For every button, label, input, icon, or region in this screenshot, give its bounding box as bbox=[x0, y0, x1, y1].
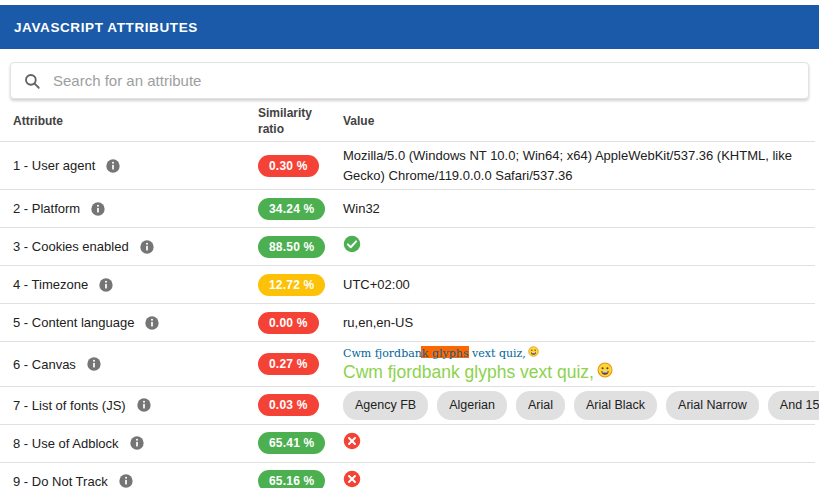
column-header-value: Value bbox=[343, 113, 807, 129]
table-row: 6 - Canvas 0.27 % Cwm fjordbank glyphs v… bbox=[0, 342, 815, 387]
info-icon[interactable] bbox=[129, 435, 145, 451]
attributes-table: 1 - User agent 0.30 % Mozilla/5.0 (Windo… bbox=[0, 142, 819, 488]
info-icon[interactable] bbox=[136, 397, 152, 413]
attribute-value: ru,en,en-US bbox=[343, 313, 807, 333]
table-header: Attribute Similarity ratio Value bbox=[0, 99, 815, 142]
attribute-label: 1 - User agent bbox=[13, 158, 95, 173]
check-icon bbox=[343, 235, 361, 253]
column-header-attribute: Attribute bbox=[13, 113, 258, 129]
info-icon[interactable] bbox=[105, 158, 121, 174]
similarity-badge: 0.00 % bbox=[258, 312, 319, 334]
page: JAVASCRIPT ATTRIBUTES Attribute Similari… bbox=[0, 0, 819, 488]
search-input[interactable] bbox=[53, 72, 796, 89]
similarity-badge: 0.27 % bbox=[258, 353, 319, 375]
similarity-badge: 65.16 % bbox=[258, 470, 325, 488]
font-chip: Algerian bbox=[437, 391, 507, 420]
info-icon[interactable] bbox=[118, 473, 134, 488]
attribute-label: 4 - Timezone bbox=[13, 277, 88, 292]
table-row: 7 - List of fonts (JS) 0.03 % Agency FBA… bbox=[0, 387, 815, 425]
canvas-fingerprint: Cwm fjordbank glyphs vext quiz, Cwm fjor… bbox=[343, 346, 807, 382]
cross-icon bbox=[343, 470, 361, 488]
attribute-value: Agency FBAlgerianArialArial BlackArial N… bbox=[343, 391, 819, 420]
attribute-label: 7 - List of fonts (JS) bbox=[13, 398, 126, 413]
canvas-text-large: Cwm fjordbank glyphs vext quiz, bbox=[343, 362, 807, 382]
smiley-icon bbox=[526, 346, 539, 357]
info-icon[interactable] bbox=[98, 277, 114, 293]
table-row: 4 - Timezone 12.72 % UTC+02:00 bbox=[0, 266, 815, 304]
attribute-value bbox=[343, 470, 807, 488]
similarity-badge: 88.50 % bbox=[258, 236, 325, 258]
table-row: 2 - Platform 34.24 % Win32 bbox=[0, 190, 815, 228]
attribute-label: 8 - Use of Adblock bbox=[13, 436, 119, 451]
similarity-badge: 12.72 % bbox=[258, 274, 325, 296]
font-chip: Agency FB bbox=[343, 391, 428, 420]
info-icon[interactable] bbox=[86, 356, 102, 372]
info-icon[interactable] bbox=[139, 239, 155, 255]
similarity-badge: 0.30 % bbox=[258, 155, 319, 177]
similarity-badge: 34.24 % bbox=[258, 198, 325, 220]
attribute-value bbox=[343, 235, 807, 259]
attribute-label: 3 - Cookies enabled bbox=[13, 239, 129, 254]
table-row: 1 - User agent 0.30 % Mozilla/5.0 (Windo… bbox=[0, 142, 815, 190]
section-header: JAVASCRIPT ATTRIBUTES bbox=[0, 5, 819, 49]
attribute-value: Win32 bbox=[343, 199, 807, 219]
font-chip: Arial Narrow bbox=[666, 391, 759, 420]
canvas-text-small: Cwm fjordbank glyphs vext quiz, bbox=[343, 347, 526, 360]
cross-icon bbox=[343, 432, 361, 450]
attribute-value: Cwm fjordbank glyphs vext quiz, Cwm fjor… bbox=[343, 346, 807, 382]
table-row: 8 - Use of Adblock 65.41 % bbox=[0, 425, 815, 463]
page-title: JAVASCRIPT ATTRIBUTES bbox=[14, 20, 198, 35]
table-row: 9 - Do Not Track 65.16 % bbox=[0, 463, 815, 488]
attribute-label: 5 - Content language bbox=[13, 315, 134, 330]
attribute-label: 6 - Canvas bbox=[13, 357, 76, 372]
search-icon bbox=[23, 72, 41, 90]
attribute-value: Mozilla/5.0 (Windows NT 10.0; Win64; x64… bbox=[343, 146, 807, 185]
attribute-label: 9 - Do Not Track bbox=[13, 474, 108, 488]
search-box[interactable] bbox=[10, 62, 809, 99]
font-chip: Arial Black bbox=[574, 391, 657, 420]
table-row: 5 - Content language 0.00 % ru,en,en-US bbox=[0, 304, 815, 342]
attribute-value bbox=[343, 432, 807, 456]
info-icon[interactable] bbox=[144, 315, 160, 331]
font-chip: Arial bbox=[516, 391, 565, 420]
info-icon[interactable] bbox=[90, 201, 106, 217]
font-chip: And 159 others bbox=[768, 391, 819, 420]
table-row: 3 - Cookies enabled 88.50 % bbox=[0, 228, 815, 266]
attribute-label: 2 - Platform bbox=[13, 201, 80, 216]
similarity-badge: 0.03 % bbox=[258, 394, 319, 416]
similarity-badge: 65.41 % bbox=[258, 432, 325, 454]
column-header-similarity: Similarity ratio bbox=[258, 105, 320, 137]
smiley-icon bbox=[594, 362, 613, 378]
attribute-value: UTC+02:00 bbox=[343, 275, 807, 295]
